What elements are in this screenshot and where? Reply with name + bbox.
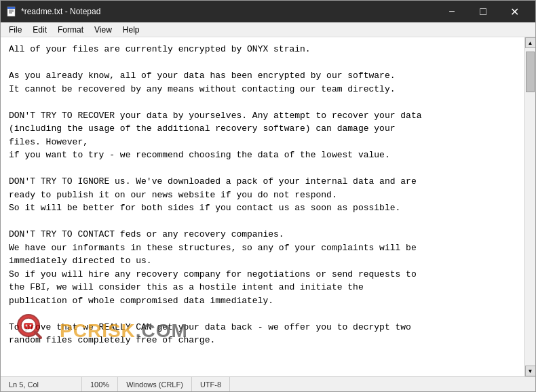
status-bar: Ln 5, Col 100% Windows (CRLF) UTF-8	[1, 376, 535, 391]
scroll-thumb[interactable]	[526, 52, 535, 92]
scroll-track[interactable]	[525, 48, 535, 366]
text-editor[interactable]: All of your files are currently encrypte…	[1, 37, 524, 376]
zoom-level: 100%	[82, 377, 118, 391]
notepad-window: *readme.txt - Notepad − □ ✕ File Edit Fo…	[0, 0, 536, 392]
cursor-position: Ln 5, Col	[1, 377, 82, 391]
content-area: All of your files are currently encrypte…	[1, 37, 535, 376]
menu-file[interactable]: File	[3, 24, 27, 36]
menu-format[interactable]: Format	[52, 24, 89, 36]
svg-rect-1	[7, 7, 15, 9]
maximize-button[interactable]: □	[467, 1, 499, 22]
window-title: *readme.txt - Notepad	[21, 7, 436, 16]
scrollbar[interactable]: ▲ ▼	[524, 37, 535, 376]
menu-bar: File Edit Format View Help	[1, 22, 535, 37]
minimize-button[interactable]: −	[436, 1, 467, 22]
scroll-down-button[interactable]: ▼	[525, 366, 536, 376]
close-button[interactable]: ✕	[499, 1, 530, 22]
line-ending: Windows (CRLF)	[118, 377, 192, 391]
app-icon	[6, 6, 17, 17]
menu-help[interactable]: Help	[117, 24, 145, 36]
encoding: UTF-8	[192, 377, 230, 391]
scroll-up-button[interactable]: ▲	[525, 37, 536, 48]
menu-view[interactable]: View	[89, 24, 117, 36]
menu-edit[interactable]: Edit	[27, 24, 52, 36]
title-bar: *readme.txt - Notepad − □ ✕	[1, 1, 535, 22]
window-controls: − □ ✕	[436, 1, 530, 22]
